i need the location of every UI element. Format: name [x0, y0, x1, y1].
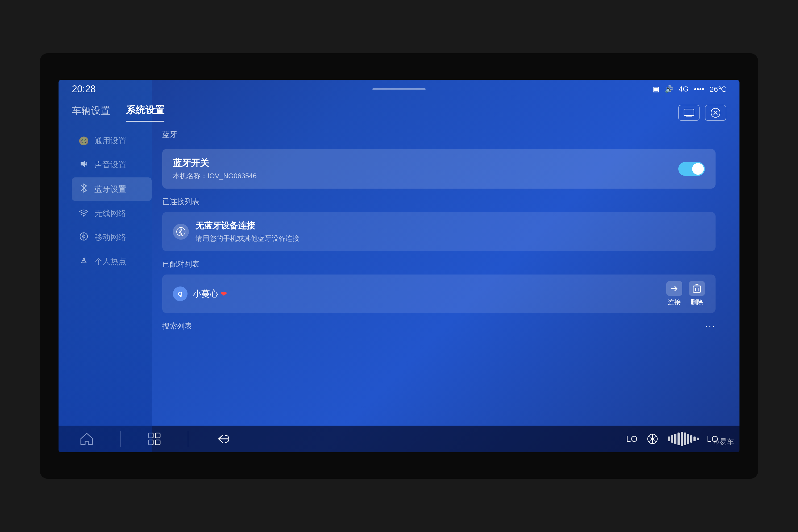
paired-list-section: 已配对列表 Q 小蔓心 ❤: [162, 259, 716, 313]
sidebar-label-wifi: 无线网络: [94, 208, 126, 219]
status-bar: 20:28 ▣ 🔊 4G •••• 26℃: [58, 80, 740, 98]
search-list-section: 搜索列表 ···: [162, 321, 716, 331]
bluetooth-toggle-card: 蓝牙开关 本机名称：IOV_NG063546: [162, 149, 716, 189]
nav-divider-2: [188, 431, 188, 447]
sound-icon: [78, 159, 89, 170]
sidebar-label-bluetooth: 蓝牙设置: [94, 184, 126, 195]
svg-rect-22: [148, 440, 153, 445]
settings-layout: 😊 通用设置 声音设置: [58, 121, 740, 425]
delete-icon: [689, 281, 705, 296]
bluetooth-toggle-info: 蓝牙开关 本机名称：IOV_NG063546: [173, 157, 257, 180]
general-icon: 😊: [78, 136, 89, 146]
climate-bars: [668, 432, 699, 446]
signal-dots: ••••: [694, 85, 704, 93]
main-content: 车辆设置 系统设置: [58, 98, 740, 425]
bluetooth-settings-panel: 蓝牙 蓝牙开关 本机名称：IOV_NG063546: [152, 130, 726, 418]
connect-button[interactable]: 连接: [666, 281, 682, 306]
sidebar-item-mobile[interactable]: 移动网络: [72, 226, 152, 249]
bluetooth-toggle-switch[interactable]: [678, 162, 705, 176]
device-name: 小蔓心 ❤: [193, 288, 227, 300]
toggle-knob: [692, 163, 704, 175]
hotspot-icon: [78, 256, 89, 267]
clock: 20:28: [72, 83, 96, 95]
lo-left-label: LO: [626, 434, 638, 444]
bluetooth-device-name: 本机名称：IOV_NG063546: [173, 171, 257, 180]
no-device-icon: [173, 224, 189, 240]
status-right-area: ▣ 🔊 4G •••• 26℃: [653, 85, 726, 94]
bluetooth-toggle-title: 蓝牙开关: [173, 157, 257, 169]
sidebar-item-bluetooth[interactable]: 蓝牙设置: [72, 177, 152, 201]
svg-rect-23: [155, 440, 160, 445]
bluetooth-section-title: 蓝牙: [162, 130, 716, 140]
sidebar-item-sound[interactable]: 声音设置: [72, 153, 152, 176]
device-left: Q 小蔓心 ❤: [173, 286, 227, 301]
temperature-label: 26℃: [710, 85, 726, 94]
nav-right: LO: [626, 432, 718, 446]
sidebar-item-wifi[interactable]: 无线网络: [72, 202, 152, 225]
device-actions: 连接: [666, 281, 705, 306]
battery-icon: ▣: [653, 85, 660, 93]
connect-icon: [666, 281, 682, 296]
svg-rect-2: [686, 116, 692, 116]
svg-point-11: [83, 260, 84, 261]
svg-rect-0: [684, 109, 694, 115]
sidebar: 😊 通用设置 声音设置: [72, 130, 152, 418]
watermark: ⊙易车: [714, 437, 734, 447]
svg-point-7: [83, 215, 84, 216]
close-button[interactable]: [705, 105, 726, 121]
nav-left: [80, 431, 231, 447]
search-list-title: 搜索列表: [162, 321, 192, 331]
nav-divider-1: [120, 431, 121, 447]
volume-icon: 🔊: [665, 85, 673, 93]
svg-marker-6: [81, 161, 85, 167]
delete-label: 删除: [690, 298, 703, 306]
no-device-card: 无蓝牙设备连接 请用您的手机或其他蓝牙设备连接: [162, 212, 716, 251]
no-device-subtitle: 请用您的手机或其他蓝牙设备连接: [195, 234, 299, 243]
svg-rect-21: [155, 433, 160, 438]
paired-list-title: 已配对列表: [162, 259, 716, 269]
svg-point-26: [651, 438, 654, 440]
ac-button[interactable]: [645, 432, 660, 445]
back-button[interactable]: [215, 431, 231, 447]
sidebar-item-hotspot[interactable]: 个人热点: [72, 250, 152, 273]
no-device-info: 无蓝牙设备连接 请用您的手机或其他蓝牙设备连接: [195, 220, 299, 243]
sidebar-item-general[interactable]: 😊 通用设置: [72, 130, 152, 152]
progress-indicator: [373, 88, 425, 90]
connected-list-section: 已连接列表 无蓝牙设备连接 请用您的手机或其他蓝牙设备连接: [162, 196, 716, 251]
network-label: 4G: [679, 85, 688, 93]
more-options-button[interactable]: ···: [705, 321, 716, 331]
no-device-title: 无蓝牙设备连接: [195, 220, 299, 232]
screen-cast-button[interactable]: [678, 105, 700, 121]
wifi-icon: [78, 209, 89, 218]
bottom-nav: LO: [58, 425, 740, 452]
tab-bar: 车辆设置 系统设置: [58, 98, 740, 121]
sidebar-label-sound: 声音设置: [94, 159, 126, 170]
paired-device-card: Q 小蔓心 ❤: [162, 274, 716, 313]
bluetooth-icon: [78, 183, 89, 195]
status-center-indicator: [373, 88, 425, 90]
car-screen: 20:28 ▣ 🔊 4G •••• 26℃ 车辆设置 系统设置: [58, 80, 740, 452]
device-avatar: Q: [173, 286, 188, 301]
tab-controls: [678, 105, 726, 121]
connect-label: 连接: [668, 298, 681, 306]
home-button[interactable]: [80, 431, 94, 447]
apps-button[interactable]: [147, 431, 161, 447]
tab-vehicle-settings[interactable]: 车辆设置: [72, 104, 110, 121]
svg-rect-20: [148, 433, 153, 438]
sidebar-label-general: 通用设置: [94, 135, 126, 146]
tab-system-settings[interactable]: 系统设置: [126, 104, 165, 121]
mobile-icon: [78, 232, 89, 243]
connected-list-title: 已连接列表: [162, 196, 716, 207]
heart-icon: ❤: [221, 290, 227, 298]
delete-button[interactable]: 删除: [689, 281, 705, 306]
sidebar-label-mobile: 移动网络: [94, 232, 126, 243]
device-frame: 20:28 ▣ 🔊 4G •••• 26℃ 车辆设置 系统设置: [40, 53, 758, 479]
sidebar-label-hotspot: 个人热点: [94, 256, 126, 267]
